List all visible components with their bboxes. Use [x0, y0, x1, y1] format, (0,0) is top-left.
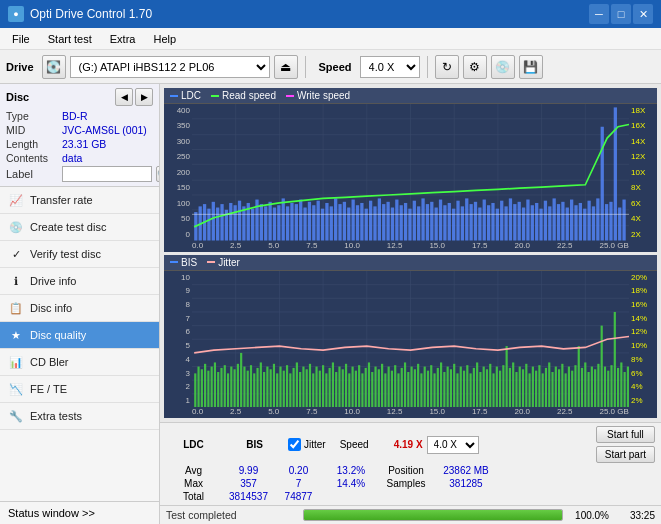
- bottom-chart-header: BIS Jitter: [164, 255, 657, 271]
- svg-rect-194: [391, 370, 393, 407]
- sidebar-item-cd-bler[interactable]: 📊 CD Bler: [0, 349, 159, 376]
- svg-rect-78: [461, 206, 464, 240]
- svg-rect-59: [378, 198, 381, 240]
- svg-rect-198: [404, 362, 406, 407]
- svg-rect-143: [224, 365, 226, 407]
- bis-avg: 0.20: [276, 465, 321, 476]
- menu-file[interactable]: File: [4, 31, 38, 47]
- svg-rect-225: [492, 373, 494, 407]
- jitter-checkbox[interactable]: [288, 438, 301, 451]
- svg-rect-22: [216, 208, 219, 241]
- svg-rect-204: [424, 366, 426, 407]
- status-window[interactable]: Status window >>: [0, 501, 159, 524]
- drive-select[interactable]: (G:) ATAPI iHBS112 2 PL06: [70, 56, 270, 78]
- menu-start-test[interactable]: Start test: [40, 31, 100, 47]
- sidebar-item-extra-tests[interactable]: 🔧 Extra tests: [0, 403, 159, 430]
- svg-rect-145: [230, 366, 232, 407]
- label-label: Label: [6, 168, 58, 180]
- speed-select[interactable]: 4.0 X: [360, 56, 420, 78]
- progress-percent: 100.0%: [571, 510, 609, 521]
- svg-rect-21: [212, 202, 215, 241]
- svg-rect-182: [352, 366, 354, 407]
- menu-help[interactable]: Help: [145, 31, 184, 47]
- svg-rect-262: [614, 311, 616, 407]
- svg-rect-136: [201, 369, 203, 407]
- bis-max: 7: [276, 478, 321, 489]
- disc-info-icon: 📋: [8, 300, 24, 316]
- svg-rect-175: [329, 367, 331, 407]
- svg-rect-208: [437, 367, 439, 407]
- svg-rect-111: [605, 204, 608, 240]
- refresh-button[interactable]: ↻: [435, 55, 459, 79]
- ldc-total: 3814537: [221, 491, 276, 502]
- svg-rect-27: [238, 201, 241, 241]
- settings-button[interactable]: ⚙: [463, 55, 487, 79]
- svg-rect-45: [317, 201, 320, 241]
- avg-label: Avg: [166, 465, 221, 476]
- svg-rect-95: [535, 203, 538, 241]
- sidebar-item-disc-info[interactable]: 📋 Disc info: [0, 295, 159, 322]
- disc-btn-2[interactable]: ▶: [135, 88, 153, 106]
- top-chart-x-labels: 0.0 2.5 5.0 7.5 10.0 12.5 15.0 17.5 20.0…: [164, 241, 657, 252]
- start-full-button[interactable]: Start full: [596, 426, 655, 443]
- svg-rect-265: [624, 372, 626, 407]
- bis-header: BIS: [246, 439, 263, 450]
- legend-bis: BIS: [170, 257, 197, 268]
- svg-rect-258: [601, 325, 603, 407]
- speed-select2[interactable]: 4.0 X: [427, 436, 479, 454]
- close-button[interactable]: ✕: [633, 4, 653, 24]
- minimize-button[interactable]: ─: [589, 4, 609, 24]
- svg-rect-219: [473, 367, 475, 407]
- sidebar-item-disc-quality[interactable]: ★ Disc quality: [0, 322, 159, 349]
- eject-button[interactable]: ⏏: [274, 55, 298, 79]
- jitter-legend-dot: [207, 261, 215, 263]
- save-button[interactable]: 💾: [519, 55, 543, 79]
- svg-rect-197: [401, 367, 403, 407]
- svg-rect-243: [551, 372, 553, 407]
- disc-btn-1[interactable]: ◀: [115, 88, 133, 106]
- bis-legend-label: BIS: [181, 257, 197, 268]
- menu-extra[interactable]: Extra: [102, 31, 144, 47]
- maximize-button[interactable]: □: [611, 4, 631, 24]
- label-input[interactable]: [62, 166, 152, 182]
- sidebar-item-label-fe-te: FE / TE: [30, 383, 67, 395]
- svg-rect-216: [463, 370, 465, 407]
- bis-legend-dot: [170, 261, 178, 263]
- svg-rect-73: [439, 200, 442, 241]
- svg-rect-90: [513, 204, 516, 240]
- start-part-button[interactable]: Start part: [596, 446, 655, 463]
- sidebar-item-drive-info[interactable]: ℹ Drive info: [0, 268, 159, 295]
- svg-rect-174: [325, 373, 327, 407]
- svg-rect-165: [296, 362, 298, 407]
- svg-rect-173: [322, 365, 324, 407]
- legend-write: Write speed: [286, 90, 350, 101]
- cd-bler-icon: 📊: [8, 354, 24, 370]
- svg-rect-108: [592, 206, 595, 240]
- sidebar-item-create-test-disc[interactable]: 💿 Create test disc: [0, 214, 159, 241]
- svg-rect-240: [542, 373, 544, 407]
- speed-value: 4.19 X: [394, 439, 423, 450]
- svg-rect-134: [194, 373, 196, 407]
- svg-rect-205: [427, 370, 429, 407]
- svg-rect-232: [515, 372, 517, 407]
- svg-rect-115: [622, 200, 625, 241]
- sidebar-item-fe-te[interactable]: 📉 FE / TE: [0, 376, 159, 403]
- sidebar-item-transfer-rate[interactable]: 📈 Transfer rate: [0, 187, 159, 214]
- top-chart-svg-area: [192, 104, 629, 241]
- svg-rect-171: [315, 366, 317, 407]
- svg-rect-52: [347, 208, 350, 241]
- svg-rect-100: [557, 204, 560, 240]
- jitter-avg: 13.2%: [321, 465, 381, 476]
- read-legend-dot: [211, 95, 219, 97]
- ldc-legend-label: LDC: [181, 90, 201, 101]
- svg-rect-186: [365, 367, 367, 407]
- svg-rect-93: [526, 200, 529, 241]
- svg-rect-33: [264, 206, 267, 240]
- sidebar-item-verify-test-disc[interactable]: ✓ Verify test disc: [0, 241, 159, 268]
- svg-rect-250: [574, 365, 576, 407]
- disc-button[interactable]: 💿: [491, 55, 515, 79]
- svg-rect-251: [578, 346, 580, 407]
- svg-rect-72: [435, 208, 438, 241]
- svg-rect-224: [489, 363, 491, 407]
- svg-rect-138: [207, 370, 209, 407]
